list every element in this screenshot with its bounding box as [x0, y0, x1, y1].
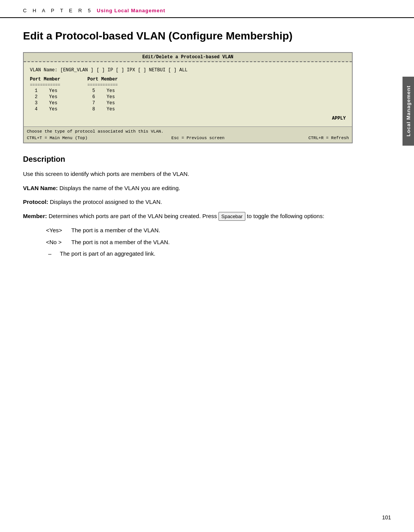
- port-table: Port Member ============ 1 Yes 2 Yes 3 Y…: [30, 75, 346, 113]
- side-tab-label: Local Management: [406, 85, 411, 136]
- port-member-4: Yes: [49, 107, 64, 112]
- terminal-title: Edit/Delete a Protocol-based VLAN: [24, 53, 352, 62]
- port-num-5: 5: [87, 88, 95, 94]
- port-row-4: 4 Yes: [30, 107, 64, 112]
- port-col-left: Port Member ============ 1 Yes 2 Yes 3 Y…: [30, 77, 64, 112]
- description-heading: Description: [23, 155, 353, 164]
- chapter-label: C H A P T E R 5: [23, 8, 93, 13]
- port-row-5: 5 Yes: [87, 88, 122, 94]
- member-desc: Member: Determines which ports are part …: [23, 212, 353, 221]
- port-row-2: 2 Yes: [30, 94, 64, 100]
- port-member-8: Yes: [107, 107, 122, 112]
- port-num-7: 7: [87, 100, 95, 106]
- terminal-body: VLAN Name: [ENGR_VLAN ] [ ] IP [ ] IPX […: [24, 62, 352, 126]
- bullet-label-dash: –: [46, 250, 54, 258]
- intro-text: Use this screen to identify which ports …: [23, 170, 353, 179]
- port-num-4: 4: [30, 107, 38, 112]
- protocol-options: [ ] IP [ ] IPX [ ] NETBUI [ ] ALL: [97, 67, 188, 73]
- port-member-2: Yes: [49, 94, 64, 100]
- bullet-text-dash: The port is part of an aggregated link.: [60, 250, 155, 258]
- bullet-text-yes: The port is a member of the VLAN.: [71, 226, 160, 235]
- port-col-right-header: Port Member: [87, 77, 122, 82]
- port-row-7: 7 Yes: [87, 100, 122, 106]
- port-num-2: 2: [30, 94, 38, 100]
- col-right-header: Port Member: [87, 77, 118, 82]
- port-row-3: 3 Yes: [30, 100, 64, 106]
- bullet-label-no: <No >: [46, 238, 65, 247]
- port-num-1: 1: [30, 88, 38, 94]
- bullet-label-yes: <Yes>: [46, 226, 65, 235]
- vlan-name-desc-text: Displays the name of the VLAN you are ed…: [59, 185, 180, 191]
- protocol-desc-text: Displays the protocol assigned to the VL…: [50, 199, 162, 205]
- terminal-footer: Choose the type of protocol associated w…: [24, 126, 352, 143]
- protocol-desc: Protocol: Displays the protocol assigned…: [23, 198, 353, 207]
- terminal-status: Choose the type of protocol associated w…: [27, 128, 349, 135]
- port-num-3: 3: [30, 100, 38, 106]
- port-num-6: 6: [87, 94, 95, 100]
- bullet-text-no: The port is not a member of the VLAN.: [71, 238, 170, 247]
- col-left-sep: ============: [30, 83, 64, 87]
- page-number: 101: [382, 514, 391, 521]
- terminal-shortcuts: CTRL+T = Main Menu (Top) Esc = Previous …: [27, 135, 349, 141]
- col-right-sep: ============: [87, 83, 122, 87]
- chapter-title: Using Local Management: [97, 8, 166, 13]
- shortcut-top: CTRL+T = Main Menu (Top): [27, 136, 87, 140]
- vlan-name-label: VLAN Name: [ENGR_VLAN ]: [30, 67, 94, 73]
- port-row-1: 1 Yes: [30, 88, 64, 94]
- bullet-item-yes: <Yes> The port is a member of the VLAN.: [46, 226, 353, 235]
- chapter-header: C H A P T E R 5 Using Local Management: [0, 0, 414, 18]
- page-title: Edit a Protocol-based VLAN (Configure Me…: [23, 30, 353, 43]
- bullet-item-dash: – The port is part of an aggregated link…: [46, 250, 353, 258]
- port-col-right: Port Member ============ 5 Yes 6 Yes 7 Y…: [87, 77, 122, 112]
- protocol-label: Protocol:: [23, 199, 48, 205]
- spacebar-key: Spacebar: [219, 212, 245, 221]
- description-section: Description Use this screen to identify …: [23, 155, 353, 258]
- vlan-name-row: VLAN Name: [ENGR_VLAN ] [ ] IP [ ] IPX […: [30, 67, 346, 73]
- port-member-6: Yes: [107, 94, 122, 100]
- member-label: Member:: [23, 213, 47, 219]
- vlan-name-desc: VLAN Name: Displays the name of the VLAN…: [23, 184, 353, 193]
- apply-button[interactable]: APPLY: [30, 113, 346, 123]
- port-member-5: Yes: [107, 88, 122, 94]
- shortcut-esc: Esc = Previous screen: [171, 136, 225, 140]
- port-num-8: 8: [87, 107, 95, 112]
- member-desc-part2: to toggle the following options:: [247, 213, 324, 219]
- terminal-box: Edit/Delete a Protocol-based VLAN VLAN N…: [23, 52, 353, 144]
- port-member-7: Yes: [107, 100, 122, 106]
- side-tab: Local Management: [402, 77, 414, 146]
- bullet-item-no: <No > The port is not a member of the VL…: [46, 238, 353, 247]
- vlan-name-desc-label: VLAN Name:: [23, 185, 58, 191]
- main-content: Edit a Protocol-based VLAN (Configure Me…: [0, 18, 376, 274]
- shortcut-refresh: CTRL+R = Refresh: [308, 136, 349, 140]
- port-member-3: Yes: [49, 100, 64, 106]
- port-row-6: 6 Yes: [87, 94, 122, 100]
- port-member-1: Yes: [49, 88, 64, 94]
- bullet-list: <Yes> The port is a member of the VLAN. …: [46, 226, 353, 258]
- port-col-left-header: Port Member: [30, 77, 64, 82]
- col-left-header: Port Member: [30, 77, 60, 82]
- port-row-8: 8 Yes: [87, 107, 122, 112]
- member-desc-part1: Determines which ports are part of the V…: [49, 213, 219, 219]
